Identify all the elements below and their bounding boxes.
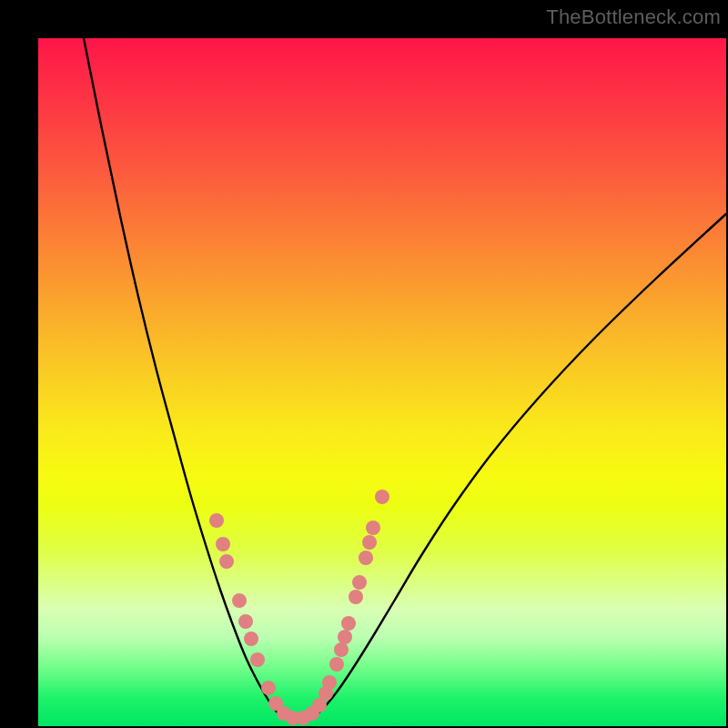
data-point: [244, 632, 258, 646]
marker-group: [209, 490, 389, 725]
attribution-text: TheBottleneck.com: [546, 5, 721, 29]
data-point: [362, 535, 377, 550]
data-point: [322, 675, 337, 690]
chart-frame: TheBottleneck.com: [0, 0, 728, 728]
data-point: [250, 652, 265, 667]
data-point: [238, 614, 253, 629]
data-point: [334, 642, 349, 657]
data-point: [232, 593, 247, 608]
data-point: [329, 657, 344, 672]
data-point: [375, 490, 389, 504]
data-point: [338, 630, 352, 644]
data-point: [366, 521, 380, 535]
data-point: [261, 681, 276, 695]
chart-svg: [38, 38, 726, 726]
data-point: [209, 513, 224, 528]
data-point: [352, 575, 367, 590]
bottleneck-curve: [84, 38, 726, 721]
data-point: [349, 590, 363, 604]
data-point: [219, 554, 234, 569]
data-point: [359, 551, 373, 565]
data-point: [216, 537, 230, 551]
plot-area: [38, 38, 726, 726]
data-point: [341, 616, 356, 631]
